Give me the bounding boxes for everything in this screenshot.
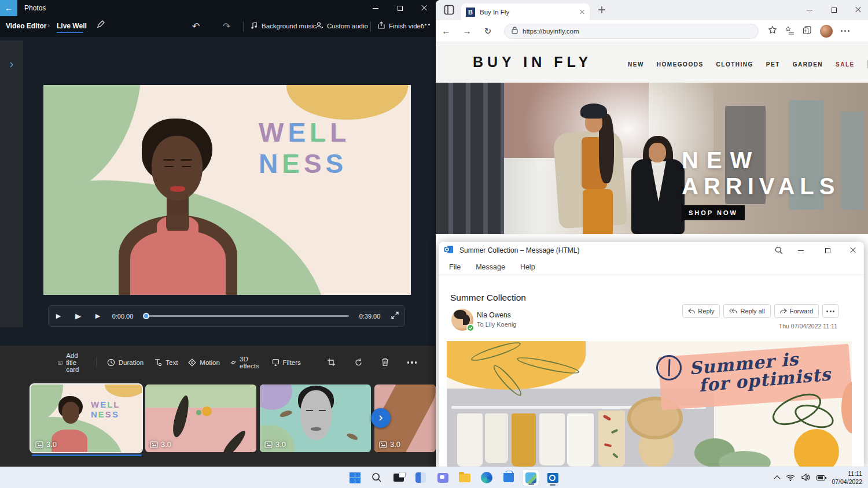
forward-button[interactable]: Forward — [774, 304, 819, 318]
browser-back-icon[interactable]: ← — [436, 26, 457, 36]
previous-frame-button[interactable]: ◀ — [49, 312, 68, 320]
breadcrumb-current[interactable]: Live Well — [57, 22, 87, 30]
clip-art-leaf — [170, 394, 192, 439]
collage-garment-floral — [598, 411, 625, 467]
clip-art-man-lips — [311, 427, 321, 431]
edge-taskbar-button[interactable] — [478, 469, 495, 486]
file-explorer-button[interactable] — [456, 469, 473, 486]
edge-minimize-button[interactable] — [800, 2, 819, 17]
timeline-clip-2[interactable]: 3.0 — [145, 385, 256, 452]
text-label: Text — [165, 359, 178, 366]
taskbar-clock[interactable]: 11:11 07/04/2022 — [832, 470, 862, 486]
duration-button[interactable]: Duration — [107, 358, 144, 367]
rotate-icon[interactable] — [354, 358, 363, 368]
video-preview-frame[interactable]: WELL NESS — [43, 85, 411, 295]
expand-sidebar-chevron-icon[interactable] — [8, 60, 15, 71]
favorite-this-page-icon[interactable] — [768, 25, 777, 37]
outlook-minimize-button[interactable] — [791, 243, 811, 258]
background-music-button[interactable]: Background music — [250, 21, 317, 31]
search-button[interactable] — [368, 469, 385, 486]
nav-pet[interactable]: PET — [766, 61, 780, 68]
sender-name[interactable]: Nia Owens — [477, 311, 511, 319]
fullscreen-icon[interactable] — [385, 311, 404, 321]
add-title-card-button[interactable]: Add title card — [58, 352, 86, 373]
tab-close-icon[interactable] — [579, 9, 585, 15]
photos-minimize-button[interactable] — [366, 1, 385, 16]
nav-sale[interactable]: SALE — [836, 61, 855, 68]
menu-message[interactable]: Message — [476, 263, 505, 271]
breadcrumb-root[interactable]: Video Editor — [6, 22, 46, 30]
chat-button[interactable] — [434, 469, 451, 486]
browser-menu-icon[interactable] — [841, 30, 849, 32]
url-text[interactable]: https://buyinfly.com — [523, 28, 579, 35]
seek-slider[interactable] — [144, 315, 349, 317]
start-button[interactable] — [346, 469, 363, 486]
shop-now-button[interactable]: SHOP NOW — [682, 205, 745, 220]
taskbar: 11:11 07/04/2022 — [0, 467, 868, 488]
edge-maximize-button[interactable] — [824, 2, 844, 17]
new-tab-icon[interactable] — [598, 6, 606, 16]
outlook-close-button[interactable] — [843, 243, 863, 258]
more-options-icon[interactable] — [421, 24, 430, 25]
address-bar[interactable]: https://buyinfly.com — [504, 24, 759, 39]
outlook-menubar: File Message Help — [439, 259, 864, 275]
nav-homegoods[interactable]: HOMEGOODS — [657, 61, 704, 68]
wifi-icon[interactable] — [786, 473, 795, 483]
outlook-taskbar-button[interactable] — [544, 469, 561, 486]
timeline-clip-3[interactable]: 3.0 — [260, 385, 371, 452]
store-button[interactable] — [500, 469, 517, 486]
timeline-clip-1[interactable]: WELL NESS 3.0 — [31, 385, 142, 452]
next-frame-button[interactable]: ▶ — [88, 312, 108, 320]
sender-avatar[interactable] — [451, 309, 473, 331]
widgets-button[interactable] — [412, 469, 429, 486]
browser-forward-icon[interactable]: → — [457, 26, 477, 36]
finish-video-button[interactable]: Finish video — [377, 21, 424, 31]
nav-garden[interactable]: GARDEN — [793, 61, 823, 68]
redo-icon[interactable]: ↷ — [223, 21, 230, 32]
battery-icon[interactable] — [816, 475, 825, 480]
favorites-icon[interactable] — [785, 25, 795, 37]
site-logo[interactable]: BUY IN FLY — [473, 54, 592, 71]
tray-chevron-icon[interactable] — [775, 475, 779, 481]
clips-scrollbar[interactable] — [32, 454, 142, 456]
more-message-actions-button[interactable] — [822, 304, 838, 318]
filters-button[interactable]: Filters — [272, 358, 301, 367]
reply-all-button[interactable]: Reply all — [723, 304, 770, 318]
outlook-search-icon[interactable] — [775, 246, 783, 257]
volume-icon[interactable] — [801, 473, 810, 483]
tab-actions-icon[interactable] — [444, 5, 454, 17]
profile-avatar[interactable] — [820, 25, 833, 38]
outlook-maximize-button[interactable] — [818, 243, 837, 258]
nav-clothing[interactable]: CLOTHING — [716, 61, 753, 68]
photos-maximize-button[interactable] — [390, 1, 410, 16]
menu-file[interactable]: File — [449, 263, 461, 271]
text-button[interactable]: Text — [154, 358, 178, 367]
back-button[interactable]: ← — [0, 0, 17, 16]
wellness-title-text: WELL NESS — [259, 117, 350, 180]
photos-taskbar-button[interactable] — [522, 469, 539, 486]
scroll-clips-next-button[interactable] — [371, 408, 391, 428]
3d-effects-label: 3D effects — [240, 356, 262, 369]
nav-new[interactable]: NEW — [628, 61, 644, 68]
crop-icon[interactable] — [327, 358, 336, 368]
menu-help[interactable]: Help — [520, 263, 535, 271]
custom-audio-button[interactable]: Custom audio — [315, 21, 368, 31]
rename-project-pencil-icon[interactable] — [96, 20, 105, 31]
task-view-button[interactable] — [390, 469, 407, 486]
duration-time: 0:39.00 — [355, 313, 385, 320]
collections-icon[interactable] — [803, 25, 812, 37]
browser-refresh-icon[interactable]: ↻ — [477, 26, 498, 36]
browser-tab[interactable]: B Buy In Fly — [461, 3, 590, 20]
undo-icon[interactable]: ↶ — [192, 21, 200, 32]
play-button[interactable]: ▶ — [68, 312, 88, 320]
photos-close-button[interactable] — [414, 1, 434, 16]
reply-button[interactable]: Reply — [682, 304, 720, 318]
seek-thumb[interactable] — [143, 313, 149, 319]
3d-effects-button[interactable]: 3D effects — [230, 356, 262, 369]
hero-banner[interactable]: NEW ARRIVALS SHOP NOW — [436, 83, 868, 234]
recipient-line[interactable]: To Lily Koenig — [477, 321, 517, 328]
edge-close-button[interactable] — [848, 2, 868, 17]
motion-button[interactable]: Motion — [188, 358, 220, 367]
more-clip-options-icon[interactable] — [407, 361, 417, 364]
delete-icon[interactable] — [381, 358, 389, 368]
